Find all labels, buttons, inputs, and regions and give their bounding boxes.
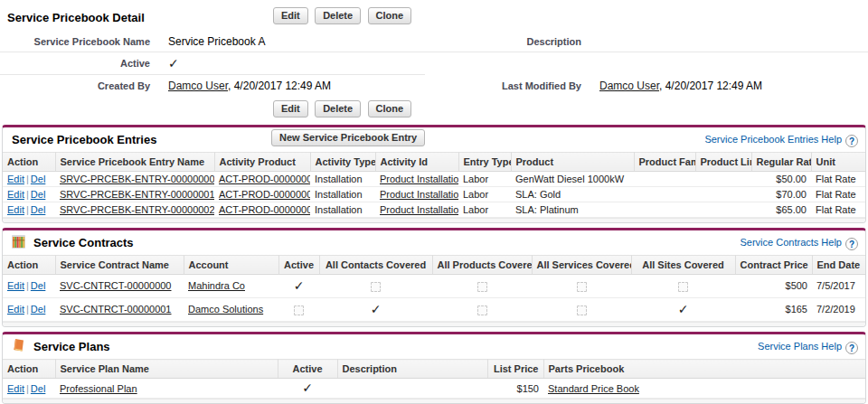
regular-rate-cell: $50.00 (751, 171, 811, 186)
entries-help-link[interactable]: Service Pricebook Entries Help (704, 134, 842, 145)
field-label-description: Description (425, 31, 592, 52)
col-contract-price: Contract Price (735, 255, 812, 274)
account-link[interactable]: Mahindra Co (188, 280, 245, 291)
created-by-user-link[interactable]: Damco User (168, 80, 228, 92)
col-action: Action (3, 255, 55, 274)
del-link[interactable]: Del (31, 189, 46, 200)
plan-name-link[interactable]: Professional Plan (60, 383, 137, 394)
contract-row: Edit|Del SVC-CNTRCT-00000000 Mahindra Co… (3, 274, 866, 297)
field-value-name: Service Pricebook A (161, 31, 425, 52)
unit-cell: Flat Rate (811, 171, 866, 186)
contracts-table: Action Service Contract Name Account Act… (3, 255, 866, 322)
modified-by-user-link[interactable]: Damco User (599, 80, 659, 92)
edit-button-bottom[interactable]: Edit (273, 100, 308, 117)
field-value-description (592, 31, 868, 52)
contract-price-cell: $500 (735, 274, 812, 297)
activity-product-link[interactable]: ACT-PROD-00000006 (219, 204, 310, 215)
link-separator: | (24, 383, 31, 394)
edit-link[interactable]: Edit (7, 383, 24, 394)
field-label-created-by: Created By (0, 75, 161, 96)
help-icon[interactable]: ? (845, 135, 858, 147)
all-products-checkbox (477, 305, 487, 315)
regular-rate-cell: $70.00 (751, 186, 811, 202)
delete-button-bottom[interactable]: Delete (315, 100, 361, 117)
product-line-cell (695, 202, 751, 217)
link-separator: | (24, 280, 31, 291)
all-services-checkbox (577, 305, 587, 315)
edit-link[interactable]: Edit (7, 304, 24, 315)
contracts-help-link[interactable]: Service Contracts Help (741, 237, 843, 248)
del-link[interactable]: Del (31, 174, 46, 184)
del-link[interactable]: Del (31, 280, 46, 291)
edit-link[interactable]: Edit (7, 204, 24, 215)
del-link[interactable]: Del (31, 383, 46, 394)
col-product-line: Product Line (695, 152, 751, 171)
del-link[interactable]: Del (31, 204, 46, 215)
activity-id-link[interactable]: Product Installation (380, 204, 458, 215)
col-activity-product: Activity Product (214, 152, 310, 171)
col-all-sites: All Sites Covered (631, 255, 735, 274)
entries-table: Action Service Pricebook Entry Name Acti… (3, 152, 866, 218)
active-checkbox (294, 305, 304, 315)
detail-button-group-top: Edit Delete Clone (271, 7, 413, 24)
created-by-date: , 4/20/2017 12:49 AM (228, 80, 331, 92)
field-label-empty (425, 52, 592, 75)
entry-name-link[interactable]: SRVC-PRCEBK-ENTRY-00000001 (60, 189, 214, 200)
delete-button[interactable]: Delete (315, 7, 361, 24)
col-all-products: All Products Covered (432, 255, 532, 274)
parts-pricebook-link[interactable]: Standard Price Book (548, 383, 639, 394)
activity-type-cell: Installation (310, 171, 375, 186)
contracts-section-title: Service Contracts (33, 236, 134, 249)
contracts-header-row: Action Service Contract Name Account Act… (3, 255, 866, 274)
edit-link[interactable]: Edit (7, 189, 24, 200)
field-value-modified-by: Damco User, 4/20/2017 12:49 AM (592, 75, 868, 96)
col-parts-pricebook: Parts Pricebook (543, 360, 866, 379)
help-icon[interactable]: ? (845, 342, 858, 354)
entry-row: Edit|Del SRVC-PRCEBK-ENTRY-00000001 ACT-… (3, 186, 866, 202)
col-account: Account (184, 255, 278, 274)
activity-product-link[interactable]: ACT-PROD-00000007 (219, 189, 310, 200)
contract-name-link[interactable]: SVC-CNTRCT-00000001 (60, 304, 172, 315)
activity-product-link[interactable]: ACT-PROD-00000005 (219, 174, 310, 184)
description-cell (337, 379, 487, 399)
all-products-checkbox (477, 282, 487, 292)
new-service-pricebook-entry-button[interactable]: New Service Pricebook Entry (271, 129, 425, 146)
field-row-name: Service Pricebook Name Service Pricebook… (0, 31, 868, 52)
section-footer (3, 399, 865, 403)
col-activity-id: Activity Id (375, 152, 458, 171)
product-line-cell (695, 171, 751, 186)
activity-id-link[interactable]: Product Installation (380, 189, 458, 200)
all-contacts-checkbox (371, 305, 382, 315)
entry-name-link[interactable]: SRVC-PRCEBK-ENTRY-00000000 (60, 174, 214, 184)
col-action: Action (3, 360, 55, 379)
contract-name-link[interactable]: SVC-CNTRCT-00000000 (60, 280, 172, 291)
field-label-active: Active (0, 52, 161, 75)
regular-rate-cell: $65.00 (751, 202, 811, 217)
entry-type-cell: Labor (458, 171, 511, 186)
col-activity-type: Activity Type (310, 152, 375, 171)
field-label-name: Service Pricebook Name (0, 31, 161, 52)
all-sites-checkbox (678, 305, 689, 315)
clone-button[interactable]: Clone (368, 7, 412, 24)
col-end-date: End Date (812, 255, 866, 274)
account-link[interactable]: Damco Solutions (188, 304, 263, 315)
all-contacts-checkbox (371, 282, 381, 292)
end-date-cell: 7/2/2019 (812, 297, 866, 321)
active-checkbox (294, 281, 305, 292)
activity-id-link[interactable]: Product Installation (380, 174, 458, 184)
edit-link[interactable]: Edit (7, 174, 24, 184)
col-list-price: List Price (487, 360, 543, 379)
plans-section-title: Service Plans (33, 340, 110, 353)
del-link[interactable]: Del (31, 304, 46, 315)
col-entry-type: Entry Type (458, 152, 511, 171)
entry-name-link[interactable]: SRVC-PRCEBK-ENTRY-00000002 (60, 204, 214, 215)
plans-help-link[interactable]: Service Plans Help (758, 341, 842, 352)
link-separator: | (24, 174, 31, 184)
help-icon[interactable]: ? (845, 238, 858, 250)
edit-link[interactable]: Edit (7, 280, 24, 291)
clone-button-bottom[interactable]: Clone (368, 100, 412, 117)
plans-table: Action Service Plan Name Active Descript… (3, 359, 866, 399)
col-contract-name: Service Contract Name (55, 255, 184, 274)
edit-button[interactable]: Edit (273, 7, 308, 24)
col-regular-rate: Regular Rate (751, 152, 811, 171)
